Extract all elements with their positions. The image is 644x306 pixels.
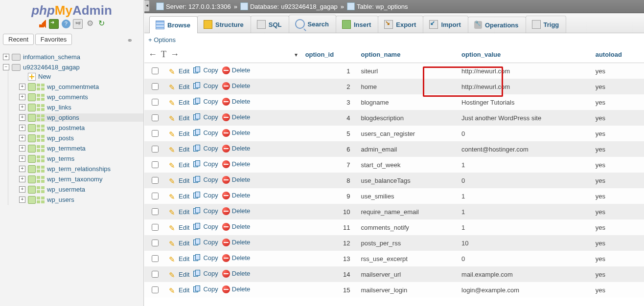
table-label[interactable]: wp_postmeta	[46, 124, 86, 132]
browse-icon[interactable]	[28, 196, 36, 204]
edit-link[interactable]: Edit	[169, 224, 189, 232]
collapse-icon[interactable]: −	[3, 64, 9, 70]
tree-table-wp_term_relationships[interactable]: +wp_term_relationships	[19, 165, 143, 173]
tree-table-wp_commentmeta[interactable]: +wp_commentmeta	[19, 83, 143, 91]
copy-link[interactable]: Copy	[193, 285, 218, 293]
col-autoload[interactable]: autoload	[592, 46, 644, 63]
expand-icon[interactable]: +	[3, 54, 9, 60]
delete-link[interactable]: Delete	[222, 207, 251, 215]
link-icon[interactable]: ⚭	[126, 37, 134, 44]
copy-link[interactable]: Copy	[193, 207, 218, 215]
help-icon[interactable]: ?	[62, 20, 70, 28]
tree-table-wp_term_taxonomy[interactable]: +wp_term_taxonomy	[19, 175, 143, 183]
tab-sql[interactable]: SQL	[251, 16, 289, 33]
tree-new-table[interactable]: New	[19, 72, 143, 81]
expand-icon[interactable]: +	[19, 197, 25, 203]
row-checkbox[interactable]	[152, 130, 159, 137]
favorites-tab[interactable]: Favorites	[35, 34, 72, 45]
copy-link[interactable]: Copy	[193, 98, 218, 106]
delete-link[interactable]: Delete	[222, 192, 251, 199]
table-label[interactable]: wp_options	[46, 113, 81, 122]
expand-icon[interactable]: +	[19, 114, 25, 121]
tab-structure[interactable]: Structure	[197, 16, 251, 33]
browse-icon[interactable]	[28, 165, 36, 173]
tab-browse[interactable]: Browse	[149, 16, 198, 33]
expand-icon[interactable]: +	[19, 145, 25, 152]
row-checkbox[interactable]	[152, 177, 159, 184]
copy-link[interactable]: Copy	[193, 254, 218, 262]
edit-link[interactable]: Edit	[169, 146, 189, 153]
settings-icon[interactable]: ⚙	[86, 20, 94, 28]
breadcrumb-server[interactable]: Server: 127.0.0.1:3306	[156, 2, 231, 10]
table-label[interactable]: wp_usermeta	[46, 185, 87, 194]
tab-import[interactable]: Import	[423, 16, 468, 33]
copy-link[interactable]: Copy	[193, 270, 218, 278]
browse-icon[interactable]	[28, 155, 36, 163]
edit-link[interactable]: Edit	[169, 67, 189, 75]
col-option-value[interactable]: option_value	[458, 46, 592, 63]
row-checkbox[interactable]	[152, 286, 159, 293]
tab-search[interactable]: Search	[289, 15, 336, 33]
copy-link[interactable]: Copy	[193, 129, 218, 137]
expand-icon[interactable]: +	[19, 176, 25, 182]
delete-link[interactable]: Delete	[222, 223, 251, 231]
delete-link[interactable]: Delete	[222, 160, 251, 168]
col-option-name[interactable]: option_name	[357, 46, 458, 63]
browse-icon[interactable]	[28, 114, 36, 122]
table-label[interactable]: wp_terms	[46, 154, 76, 163]
db-label[interactable]: u923246418_gagap	[22, 63, 81, 71]
browse-icon[interactable]	[28, 145, 36, 153]
table-label[interactable]: wp_term_taxonomy	[46, 175, 104, 183]
reload-icon[interactable]: ↻	[97, 20, 106, 28]
recent-tab[interactable]: Recent	[3, 34, 34, 45]
logout-icon[interactable]	[49, 19, 59, 29]
tree-table-wp_options[interactable]: +wp_options	[19, 113, 143, 122]
arrow-right-icon[interactable]: →	[170, 49, 179, 60]
row-checkbox[interactable]	[152, 161, 159, 168]
delete-link[interactable]: Delete	[222, 239, 251, 246]
row-checkbox[interactable]	[152, 99, 159, 106]
text-select-icon[interactable]: T	[161, 49, 166, 60]
edit-link[interactable]: Edit	[169, 99, 189, 107]
row-checkbox[interactable]	[152, 240, 159, 246]
delete-link[interactable]: Delete	[222, 145, 251, 153]
sql-query-icon[interactable]: sql	[73, 19, 83, 29]
browse-icon[interactable]	[28, 124, 36, 132]
row-checkbox[interactable]	[152, 271, 159, 278]
phpmyadmin-logo[interactable]: phpMyAdmin	[0, 0, 143, 18]
tab-insert[interactable]: Insert	[336, 16, 378, 33]
tab-export[interactable]: Export	[378, 16, 423, 33]
tree-table-wp_posts[interactable]: +wp_posts	[19, 134, 143, 142]
breadcrumb-table[interactable]: Table: wp_options	[347, 2, 408, 10]
copy-link[interactable]: Copy	[193, 223, 218, 231]
delete-link[interactable]: Delete	[222, 66, 251, 74]
table-label[interactable]: wp_termmeta	[46, 144, 87, 153]
row-checkbox[interactable]	[152, 114, 159, 121]
browse-icon[interactable]	[28, 175, 36, 183]
edit-link[interactable]: Edit	[169, 286, 189, 294]
edit-link[interactable]: Edit	[169, 193, 189, 200]
expand-icon[interactable]: +	[19, 104, 25, 110]
delete-link[interactable]: Delete	[222, 129, 251, 137]
tree-table-wp_usermeta[interactable]: +wp_usermeta	[19, 185, 143, 194]
tree-table-wp_termmeta[interactable]: +wp_termmeta	[19, 144, 143, 153]
copy-link[interactable]: Copy	[193, 192, 218, 199]
browse-icon[interactable]	[28, 83, 36, 91]
delete-link[interactable]: Delete	[222, 254, 251, 262]
edit-link[interactable]: Edit	[169, 255, 189, 263]
expand-icon[interactable]: +	[19, 94, 25, 100]
copy-link[interactable]: Copy	[193, 160, 218, 168]
tree-db-information-schema[interactable]: + information_schema	[0, 53, 143, 61]
copy-link[interactable]: Copy	[193, 66, 218, 74]
new-label[interactable]: New	[37, 72, 52, 81]
table-label[interactable]: wp_posts	[46, 134, 75, 142]
browse-icon[interactable]	[28, 134, 36, 142]
tree-table-wp_comments[interactable]: +wp_comments	[19, 93, 143, 101]
tab-operations[interactable]: Operations	[468, 17, 526, 33]
table-label[interactable]: wp_term_relationships	[46, 165, 112, 173]
expand-icon[interactable]: +	[19, 135, 25, 141]
browse-icon[interactable]	[28, 186, 36, 194]
delete-link[interactable]: Delete	[222, 270, 251, 278]
row-checkbox[interactable]	[152, 255, 159, 262]
sort-indicator-icon[interactable]: ▾	[295, 51, 298, 58]
